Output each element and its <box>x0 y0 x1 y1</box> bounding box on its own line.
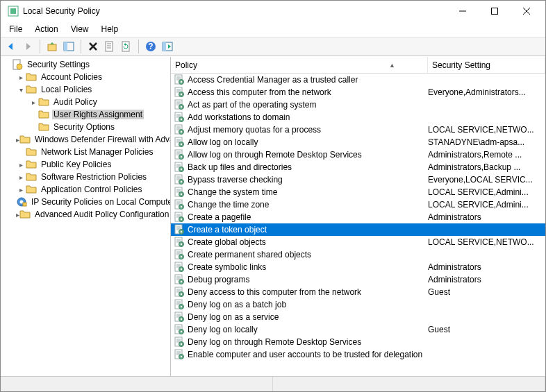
title-bar: Local Security Policy <box>1 1 545 22</box>
policy-row[interactable]: Debug programsAdministrators <box>171 273 545 286</box>
folder-icon <box>26 84 37 95</box>
export-button[interactable] <box>160 39 175 54</box>
policy-row[interactable]: Allow log on locallySTANADYNE\adm-apsa..… <box>171 136 545 148</box>
show-hide-tree-button[interactable] <box>61 39 76 54</box>
policy-row[interactable]: Enable computer and user accounts to be … <box>171 348 545 361</box>
tree-item[interactable]: IP Security Policies on Local Computer <box>1 196 170 208</box>
policy-list: Policy ▲ Security Setting Access Credent… <box>171 57 545 376</box>
svg-rect-8 <box>64 42 67 51</box>
policy-row[interactable]: Deny log on through Remote Desktop Servi… <box>171 336 545 348</box>
tree-item[interactable]: ▸Advanced Audit Policy Configuration <box>1 208 170 221</box>
close-button[interactable] <box>511 1 543 22</box>
tree-label: Software Restriction Policies <box>40 172 148 182</box>
policy-icon <box>174 299 185 310</box>
policy-setting: Administrators <box>428 262 545 272</box>
policy-icon <box>174 137 185 148</box>
policy-name: Deny log on as a batch job <box>188 300 286 309</box>
policy-row[interactable]: Add workstations to domain <box>171 111 545 123</box>
policy-row[interactable]: Back up files and directoriesAdministrat… <box>171 161 545 173</box>
folder-icon <box>38 121 49 133</box>
maximize-button[interactable] <box>479 1 511 22</box>
tree-item[interactable]: ▸Software Restriction Policies <box>1 171 170 183</box>
policy-row[interactable]: Create permanent shared objects <box>171 248 545 261</box>
expand-icon[interactable]: ▸ <box>16 173 26 181</box>
tree-item[interactable]: User Rights Assignment <box>1 108 170 121</box>
policy-row[interactable]: Change the system timeLOCAL SERVICE,Admi… <box>171 186 545 198</box>
menu-view[interactable]: View <box>65 23 94 35</box>
policy-name: Deny access to this computer from the ne… <box>188 287 361 297</box>
policy-icon <box>174 174 185 185</box>
policy-row[interactable]: Deny log on as a service <box>171 311 545 323</box>
policy-setting: Administrators <box>428 212 545 222</box>
tree-item[interactable]: Network List Manager Policies <box>1 146 170 158</box>
expand-icon[interactable]: ▸ <box>16 186 26 194</box>
tree-item[interactable]: ▸Account Policies <box>1 71 170 83</box>
column-policy[interactable]: Policy ▲ <box>171 57 428 73</box>
policy-row[interactable]: Create global objectsLOCAL SERVICE,NETWO… <box>171 236 545 248</box>
tree-view[interactable]: Security Settings ▸Account Policies▾Loca… <box>1 57 171 376</box>
policy-name: Deny log on locally <box>188 325 258 334</box>
policy-icon <box>174 74 185 85</box>
policy-name: Change the time zone <box>188 200 269 210</box>
up-button[interactable] <box>44 39 60 54</box>
help-button[interactable]: ? <box>143 39 158 54</box>
forward-button[interactable] <box>20 39 35 54</box>
sort-ascending-icon: ▲ <box>389 62 395 69</box>
policy-setting: Guest <box>428 287 545 297</box>
tree-item[interactable]: ▸Windows Defender Firewall with Advanced… <box>1 133 170 146</box>
policy-icon <box>174 349 185 360</box>
policy-row[interactable]: Deny log on as a batch job <box>171 298 545 311</box>
policy-setting: LOCAL SERVICE,NETWO... <box>428 237 545 247</box>
tree-root[interactable]: Security Settings <box>1 58 170 71</box>
menu-file[interactable]: File <box>3 23 28 35</box>
policy-row[interactable]: Act as part of the operating system <box>171 99 545 111</box>
tree-item[interactable]: ▸Application Control Policies <box>1 183 170 196</box>
policy-setting: LOCAL SERVICE,NETWO... <box>428 125 545 135</box>
tree-label: Security Options <box>52 122 116 132</box>
list-body[interactable]: Access Credential Manager as a trusted c… <box>171 74 545 376</box>
expand-icon[interactable]: ▾ <box>16 86 26 94</box>
policy-setting: Administrators <box>428 275 545 284</box>
expand-icon[interactable]: ▸ <box>16 74 26 81</box>
policy-row[interactable]: Create symbolic linksAdministrators <box>171 261 545 273</box>
policy-row[interactable]: Allow log on through Remote Desktop Serv… <box>171 148 545 161</box>
toolbar-separator <box>81 40 81 53</box>
expand-icon[interactable]: ▸ <box>16 161 26 169</box>
tree-label: Public Key Policies <box>40 160 113 169</box>
column-policy-label: Policy <box>175 60 197 70</box>
folder-icon <box>26 71 37 83</box>
column-security-setting[interactable]: Security Setting <box>428 57 545 73</box>
policy-row[interactable]: Deny log on locallyGuest <box>171 323 545 336</box>
menu-help[interactable]: Help <box>96 23 124 35</box>
svg-rect-6 <box>48 44 56 51</box>
menu-action[interactable]: Action <box>29 23 63 35</box>
minimize-button[interactable] <box>447 1 479 22</box>
delete-button[interactable] <box>85 39 101 54</box>
policy-icon <box>174 87 185 98</box>
policy-row[interactable]: Access this computer from the networkEve… <box>171 86 545 99</box>
policy-icon <box>174 199 185 210</box>
policy-row[interactable]: Create a pagefileAdministrators <box>171 211 545 223</box>
tree-item[interactable]: ▾Local Policies <box>1 83 170 96</box>
tree-item[interactable]: Security Options <box>1 121 170 133</box>
policy-row[interactable]: Create a token object <box>171 223 545 236</box>
policy-name: Access this computer from the network <box>188 87 331 97</box>
policy-row[interactable]: Bypass traverse checkingEveryone,LOCAL S… <box>171 173 545 186</box>
refresh-button[interactable] <box>119 39 134 54</box>
security-settings-icon <box>12 59 23 70</box>
tree-label: Local Policies <box>40 85 93 94</box>
tree-item[interactable]: ▸Audit Policy <box>1 96 170 108</box>
policy-row[interactable]: Change the time zoneLOCAL SERVICE,Admini… <box>171 198 545 211</box>
tree-item[interactable]: ▸Public Key Policies <box>1 158 170 171</box>
policy-icon <box>174 287 185 298</box>
policy-icon <box>174 224 185 235</box>
policy-row[interactable]: Deny access to this computer from the ne… <box>171 286 545 298</box>
expand-icon[interactable]: ▸ <box>28 99 38 106</box>
policy-name: Create a pagefile <box>188 212 251 222</box>
policy-setting: Administrators,Backup ... <box>428 162 545 172</box>
policy-row[interactable]: Access Credential Manager as a trusted c… <box>171 74 545 86</box>
policy-row[interactable]: Adjust memory quotas for a processLOCAL … <box>171 123 545 136</box>
back-button[interactable] <box>3 39 19 54</box>
properties-button[interactable] <box>102 39 117 54</box>
svg-rect-9 <box>106 42 113 51</box>
